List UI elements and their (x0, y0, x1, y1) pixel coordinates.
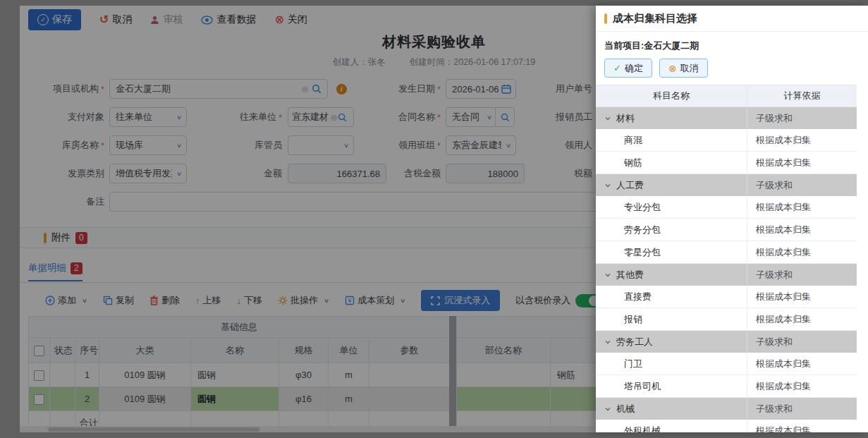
chevron-down-icon[interactable] (604, 115, 611, 122)
subject-name-cell[interactable]: 塔吊司机 (596, 375, 747, 397)
subject-name: 劳务分包 (624, 224, 661, 236)
close-circle-icon: ⊗ (668, 63, 677, 73)
subject-name: 商混 (624, 134, 642, 147)
subject-row[interactable]: 零星分包 根据成本归集 (596, 241, 857, 264)
calc-basis: 根据成本归集 (747, 241, 857, 263)
calc-basis: 子级求和 (747, 174, 857, 196)
subject-name: 直接费 (624, 291, 652, 303)
subject-name-cell[interactable]: 劳务工人 (596, 331, 747, 353)
subject-row[interactable]: 门卫 根据成本归集 (596, 353, 857, 375)
subject-row[interactable]: 机械 子级求和 (596, 398, 857, 420)
subject-row[interactable]: 材料 子级求和 (596, 107, 857, 129)
calc-basis: 根据成本归集 (747, 129, 857, 151)
subject-row[interactable]: 劳务分包 根据成本归集 (596, 219, 857, 241)
calc-basis: 子级求和 (747, 398, 857, 420)
current-project: 当前项目:金石大厦二期 (596, 32, 868, 52)
calc-basis: 子级求和 (747, 264, 857, 286)
calc-basis: 子级求和 (747, 331, 857, 353)
current-project-label: 当前项目: (604, 40, 644, 51)
calc-basis: 根据成本归集 (747, 152, 857, 174)
calc-basis: 根据成本归集 (747, 375, 857, 397)
current-project-value: 金石大厦二期 (644, 40, 699, 51)
subject-name-cell[interactable]: 直接费 (596, 286, 747, 308)
subject-name: 报销 (624, 313, 642, 326)
subject-name-cell[interactable]: 外租机械 (596, 420, 747, 432)
subject-row[interactable]: 专业分包 根据成本归集 (596, 196, 857, 219)
drawer-cancel-button[interactable]: ⊗ 取消 (659, 59, 708, 78)
section-accent-bar (604, 13, 607, 24)
chevron-down-icon[interactable] (604, 406, 611, 413)
subject-name: 门卫 (624, 358, 642, 370)
calc-basis: 根据成本归集 (747, 420, 857, 432)
subject-row[interactable]: 外租机械 根据成本归集 (596, 420, 857, 432)
subject-name-cell[interactable]: 商混 (596, 129, 747, 151)
subject-name: 人工费 (616, 179, 644, 192)
drawer-cancel-label: 取消 (680, 62, 699, 75)
subject-name-cell[interactable]: 其他费 (596, 264, 747, 286)
subject-row[interactable]: 报销 根据成本归集 (596, 308, 857, 331)
subject-name-cell[interactable]: 报销 (596, 308, 747, 330)
subject-row[interactable]: 商混 根据成本归集 (596, 129, 857, 152)
subject-name-cell[interactable]: 门卫 (596, 353, 747, 375)
subject-name-cell[interactable]: 劳务分包 (596, 219, 747, 241)
subject-name: 零星分包 (624, 246, 661, 259)
subject-name-cell[interactable]: 人工费 (596, 174, 747, 196)
subject-name-cell[interactable]: 钢筋 (596, 152, 747, 174)
subject-table: 科目名称 计算依据 材料 子级求和 商混 根据成本归集 钢筋 根据成本归集 人工… (596, 85, 857, 432)
subject-row[interactable]: 劳务工人 子级求和 (596, 331, 857, 353)
calc-basis: 根据成本归集 (747, 353, 857, 375)
drawer-title: 成本归集科目选择 (613, 12, 697, 25)
confirm-label: 确定 (625, 62, 643, 75)
subject-row[interactable]: 直接费 根据成本归集 (596, 286, 857, 308)
drawer-header: 成本归集科目选择 (596, 6, 868, 32)
col-subject-name: 科目名称 (596, 85, 747, 107)
subject-name: 劳务工人 (616, 336, 653, 348)
subject-table-body: 材料 子级求和 商混 根据成本归集 钢筋 根据成本归集 人工费 子级求和 专业分… (596, 107, 857, 432)
subject-name: 机械 (616, 403, 635, 415)
subject-row[interactable]: 钢筋 根据成本归集 (596, 152, 857, 174)
chevron-down-icon[interactable] (604, 272, 611, 279)
calc-basis: 子级求和 (747, 107, 857, 129)
subject-name-cell[interactable]: 材料 (596, 107, 747, 129)
col-calc-basis: 计算依据 (747, 85, 857, 107)
subject-name: 塔吊司机 (624, 380, 661, 393)
confirm-button[interactable]: ✓ 确定 (604, 59, 652, 78)
chevron-down-icon[interactable] (604, 182, 611, 189)
subject-name: 其他费 (616, 269, 644, 281)
calc-basis: 根据成本归集 (747, 219, 857, 241)
subject-name: 材料 (616, 112, 635, 125)
drawer-actions: ✓ 确定 ⊗ 取消 (596, 52, 868, 85)
subject-table-header: 科目名称 计算依据 (596, 85, 857, 107)
subject-name-cell[interactable]: 零星分包 (596, 241, 747, 263)
calc-basis: 根据成本归集 (747, 286, 857, 308)
check-icon: ✓ (613, 63, 621, 73)
subject-name-cell[interactable]: 专业分包 (596, 196, 747, 218)
subject-name: 专业分包 (624, 201, 661, 214)
calc-basis: 根据成本归集 (747, 308, 857, 330)
subject-row[interactable]: 其他费 子级求和 (596, 264, 857, 286)
app-root: ✓ 保存 ↺ 取消 审核 查看数据 ⊗ 关闭 材料采购验收单 (0, 0, 868, 438)
subject-name: 外租机械 (624, 425, 661, 433)
subject-row[interactable]: 人工费 子级求和 (596, 174, 857, 196)
subject-name-cell[interactable]: 机械 (596, 398, 747, 420)
subject-name: 钢筋 (624, 157, 642, 169)
calc-basis: 根据成本归集 (747, 196, 857, 218)
cost-subject-drawer: 成本归集科目选择 当前项目:金石大厦二期 ✓ 确定 ⊗ 取消 科目名称 计算依据… (596, 6, 868, 432)
subject-row[interactable]: 塔吊司机 根据成本归集 (596, 375, 857, 398)
chevron-down-icon[interactable] (604, 339, 611, 346)
